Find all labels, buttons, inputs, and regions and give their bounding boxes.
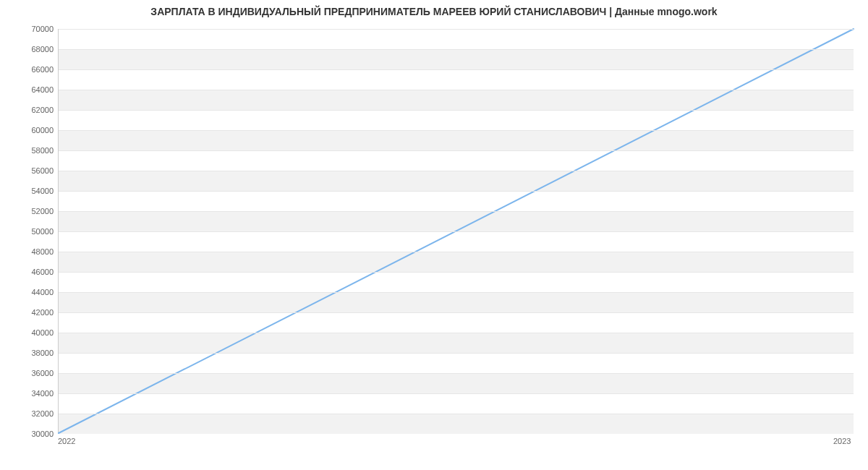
grid-line [59,130,854,131]
grid-line [59,414,854,414]
grid-line [59,373,854,374]
y-tick-label: 48000 [3,247,54,256]
grid-line [59,312,854,313]
y-tick-label: 30000 [3,430,54,438]
grid-line [59,171,854,171]
grid-line [59,231,854,232]
grid-line [59,211,854,212]
y-tick-label: 38000 [3,349,54,357]
grid-line [59,272,854,273]
grid-line [59,49,854,50]
y-tick-label: 54000 [3,187,54,195]
grid-line [59,333,854,333]
grid-line [59,191,854,192]
y-tick-label: 52000 [3,207,54,215]
y-tick-label: 64000 [3,85,54,94]
y-tick-label: 68000 [3,45,54,54]
x-tick-label: 2023 [833,437,851,445]
x-tick-label: 2022 [58,437,75,445]
grid-line [59,353,854,354]
grid-line [59,292,854,293]
chart-title: ЗАРПЛАТА В ИНДИВИДУАЛЬНЫЙ ПРЕДПРИНИМАТЕЛ… [0,6,868,17]
y-tick-label: 36000 [3,369,54,377]
y-tick-label: 56000 [3,166,54,175]
plot-area [58,29,854,434]
grid-line [59,393,854,394]
y-tick-label: 40000 [3,328,54,337]
grid-line [59,110,854,111]
y-tick-label: 44000 [3,288,54,296]
grid-line [59,69,854,70]
y-tick-label: 34000 [3,389,54,398]
y-tick-label: 60000 [3,126,54,134]
y-tick-label: 42000 [3,308,54,317]
y-tick-label: 46000 [3,268,54,276]
y-tick-label: 58000 [3,146,54,155]
grid-line [59,90,854,90]
grid-line [59,29,854,30]
y-tick-label: 66000 [3,65,54,74]
grid-line [59,252,854,252]
y-tick-label: 32000 [3,409,54,418]
y-tick-label: 62000 [3,106,54,114]
salary-line-chart: ЗАРПЛАТА В ИНДИВИДУАЛЬНЫЙ ПРЕДПРИНИМАТЕЛ… [0,0,868,470]
y-tick-label: 50000 [3,227,54,236]
grid-line [59,150,854,151]
y-tick-label: 70000 [3,25,54,33]
